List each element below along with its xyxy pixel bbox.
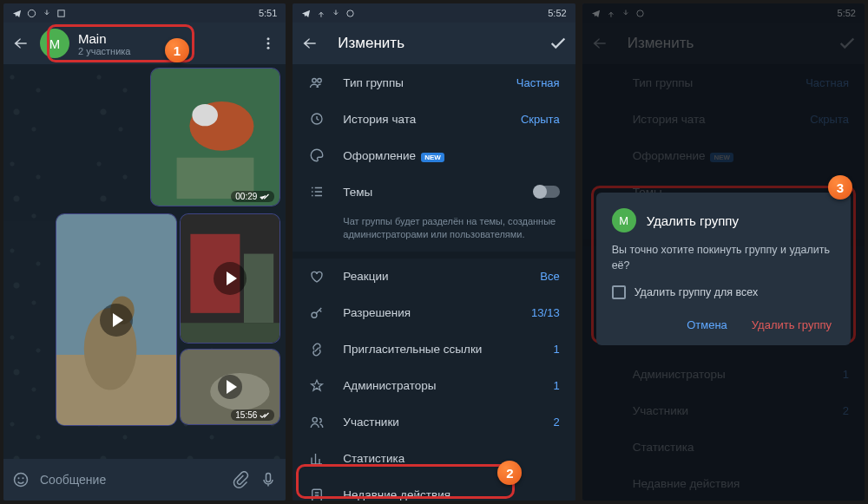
row-label: Реакции [343,270,523,283]
dialog-text: Вы точно хотите покинуть группу и удалит… [612,243,835,273]
panel-chat: 5:51 M Main 2 участника 00:29 [3,3,286,501]
row-permissions[interactable]: Разрешения 13/13 [293,295,575,331]
row-reactions[interactable]: Реакции Все [293,259,575,295]
media-timestamp: 00:29 [231,191,274,202]
panel-edit-group: 5:52 Изменить Тип группы Частная История… [293,3,575,501]
chat-avatar[interactable]: M [40,29,69,58]
row-value: Частная [516,76,560,89]
row-label: История чата [343,113,503,126]
svg-rect-1 [58,10,64,16]
media-message[interactable] [180,213,280,344]
attach-icon[interactable] [232,471,249,488]
row-label: Пригласительные ссылки [343,343,536,356]
edit-header: Изменить [293,23,575,64]
dialog-cancel-button[interactable]: Отмена [683,311,731,338]
row-value: 13/13 [531,306,560,319]
dialog-confirm-button[interactable]: Удалить группу [748,311,835,338]
telegram-icon [12,9,22,18]
media-timestamp: 15:56 [231,409,274,421]
dialog-checkbox-row[interactable]: Удалить группу для всех [612,285,835,299]
emoji-icon[interactable] [12,471,30,488]
svg-rect-15 [244,254,273,324]
link-icon [308,341,326,358]
dialog-title: Удалить группу [647,213,739,228]
status-bar: 5:52 [293,3,575,23]
save-icon [56,9,66,18]
settings-list: Тип группы Частная История чата Скрыта О… [293,64,575,501]
svg-point-0 [28,10,35,16]
row-label: Участники [343,416,536,429]
play-icon [218,375,242,399]
chat-header: M Main 2 участника [3,23,286,64]
heart-icon [308,268,326,285]
svg-point-24 [312,79,317,83]
row-admins[interactable]: Администраторы 1 [293,368,575,404]
list-icon [308,183,326,200]
row-label: Статистика [343,452,559,465]
palette-icon [308,147,326,164]
delete-group-dialog: M Удалить группу Вы точно хотите покинут… [596,193,851,345]
svg-point-25 [318,79,322,83]
row-value: 1 [553,379,559,392]
toggle-off[interactable] [534,186,560,198]
row-invite-links[interactable]: Пригласительные ссылки 1 [293,331,575,368]
svg-point-21 [23,477,24,479]
row-label: Тип группы [343,76,499,89]
download-icon [331,9,340,18]
row-value: 1 [553,343,559,356]
message-input-bar: Сообщение [3,459,286,501]
svg-rect-22 [266,474,271,482]
row-label: Темы [343,186,516,199]
row-history[interactable]: История чата Скрыта [293,101,575,137]
users-icon [308,414,326,431]
row-label: ОформлениеNEW [343,149,559,162]
star-icon [308,377,326,395]
status-time: 5:51 [259,8,277,18]
back-button[interactable] [299,33,320,54]
svg-point-20 [18,477,20,479]
row-members[interactable]: Участники 2 [293,404,575,441]
chat-body: 00:29 [3,64,286,459]
row-value: Скрыта [521,113,560,126]
svg-point-28 [312,417,317,422]
svg-point-4 [267,47,270,49]
mic-icon[interactable] [260,471,277,488]
row-stats[interactable]: Статистика [293,441,575,477]
row-topics[interactable]: Темы [293,173,575,210]
upload-icon [316,9,326,18]
chat-subtitle: 2 участника [78,46,249,56]
media-message[interactable]: 15:56 [180,349,280,425]
status-bar: 5:51 [3,3,286,23]
row-label: Администраторы [343,379,536,392]
key-icon [308,304,326,322]
confirm-button[interactable] [548,33,569,54]
svg-point-27 [312,312,317,317]
section-divider [293,252,575,259]
checkbox-label: Удалить группу для всех [635,286,759,298]
save-icon [345,9,355,18]
menu-button[interactable] [258,33,279,54]
play-icon [214,262,247,295]
people-icon [308,74,326,91]
row-group-type[interactable]: Тип группы Частная [293,64,575,101]
topics-hint: Чат группы будет разделён на темы, созда… [293,210,575,252]
row-style[interactable]: ОформлениеNEW [293,137,575,173]
doc-icon [308,487,326,501]
back-button[interactable] [10,33,31,54]
step-badge: 1 [165,38,189,62]
header-title: Изменить [338,35,538,52]
row-recent-actions[interactable]: Недавние действия [293,477,575,501]
message-input[interactable]: Сообщение [40,473,221,487]
checkbox-icon[interactable] [612,285,626,299]
dialog-avatar: M [612,208,636,232]
svg-point-23 [347,10,353,16]
clock-icon [308,110,326,128]
media-message[interactable] [56,213,177,426]
telegram-icon [301,9,311,18]
play-icon [100,304,133,337]
download-icon [42,9,51,18]
media-message[interactable]: 00:29 [150,68,280,206]
chat-title-block[interactable]: Main 2 участника [78,31,249,56]
viber-icon [27,9,36,18]
chart-icon [308,450,326,468]
